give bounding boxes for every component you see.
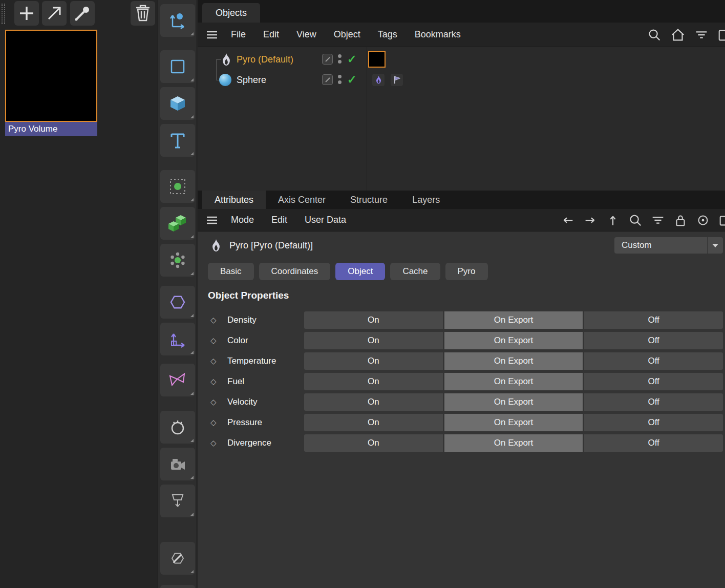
preset-dropdown[interactable]: Custom xyxy=(614,237,723,254)
menu-bookmarks[interactable]: Bookmarks xyxy=(415,29,461,40)
visibility-dots-icon[interactable] xyxy=(338,54,342,64)
toggle-on-export[interactable]: On Export xyxy=(444,373,583,390)
ngon-tool-button[interactable] xyxy=(160,286,195,319)
array-tool-button[interactable] xyxy=(160,207,195,240)
simulation-scene-tag-icon[interactable] xyxy=(391,74,403,86)
menu-mode[interactable]: Mode xyxy=(231,215,254,225)
toggle-on[interactable]: On xyxy=(304,352,443,370)
arrow-left-icon[interactable] xyxy=(560,212,575,228)
menu-user-data[interactable]: User Data xyxy=(305,215,346,225)
tree-row-sphere[interactable]: Sphere ✓ xyxy=(198,70,725,90)
panel-icon[interactable] xyxy=(718,212,725,228)
material-name-label[interactable]: Pyro Volume xyxy=(5,122,97,136)
toggle-on[interactable]: On xyxy=(304,311,443,329)
toggle-on[interactable]: On xyxy=(304,393,443,411)
objects-menubar: File Edit View Object Tags Bookmarks xyxy=(198,23,725,47)
toggle-on[interactable]: On xyxy=(304,414,443,431)
toggle-off[interactable]: Off xyxy=(584,434,723,452)
layer-color-chip[interactable] xyxy=(368,51,386,68)
sketch-tool-button[interactable] xyxy=(160,542,195,575)
polygon-pen-tool-button[interactable] xyxy=(160,364,195,396)
visibility-dots-icon[interactable] xyxy=(338,75,342,84)
lock-icon[interactable] xyxy=(673,212,688,228)
tab-cache[interactable]: Cache xyxy=(390,263,440,280)
camera-tool-icon xyxy=(167,454,188,474)
toggle-off[interactable]: Off xyxy=(584,414,723,431)
cinema4d-window: Pyro Volume xyxy=(0,0,725,588)
editor-visibility-icon[interactable] xyxy=(322,54,333,65)
text-tool-button[interactable] xyxy=(160,124,195,157)
home-icon[interactable] xyxy=(670,26,686,44)
property-label: Pressure xyxy=(227,413,262,432)
tab-structure[interactable]: Structure xyxy=(338,191,400,209)
enabled-check-icon[interactable]: ✓ xyxy=(347,49,356,70)
rectangle-tool-button[interactable] xyxy=(160,50,195,83)
menu-view[interactable]: View xyxy=(296,29,316,40)
toggle-on-export[interactable]: On Export xyxy=(444,311,583,329)
toggle-on-export[interactable]: On Export xyxy=(444,332,583,349)
menu-tags[interactable]: Tags xyxy=(378,29,397,40)
generator-tool-button[interactable] xyxy=(160,244,195,277)
toggle-on[interactable]: On xyxy=(304,373,443,390)
material-preview-thumbnail[interactable] xyxy=(5,30,97,122)
editor-visibility-icon[interactable] xyxy=(322,74,333,85)
toggle-on-export[interactable]: On Export xyxy=(444,352,583,370)
menu-object[interactable]: Object xyxy=(334,29,360,40)
toggle-off[interactable]: Off xyxy=(584,373,723,390)
camera-tool-button[interactable] xyxy=(160,448,195,480)
filter-icon[interactable] xyxy=(693,26,710,44)
share-arrow-button[interactable] xyxy=(42,1,67,26)
toggle-on[interactable]: On xyxy=(304,332,443,349)
enabled-check-icon[interactable]: ✓ xyxy=(347,70,356,90)
tab-object[interactable]: Object xyxy=(335,263,385,280)
add-button[interactable] xyxy=(14,1,39,26)
tab-pyro[interactable]: Pyro xyxy=(445,263,488,280)
chevron-down-icon[interactable] xyxy=(708,244,723,247)
toggle-off[interactable]: Off xyxy=(584,352,723,370)
toggle-off[interactable]: Off xyxy=(584,332,723,349)
object-name[interactable]: Sphere xyxy=(237,70,266,90)
toggle-on-export[interactable]: On Export xyxy=(444,434,583,452)
arrow-up-icon[interactable] xyxy=(605,212,621,228)
menu-edit-attr[interactable]: Edit xyxy=(271,215,287,225)
search-icon[interactable] xyxy=(646,26,663,44)
panel-icon[interactable] xyxy=(717,26,725,44)
toggle-off[interactable]: Off xyxy=(584,393,723,411)
menu-file[interactable]: File xyxy=(231,29,246,40)
objects-hamburger-icon[interactable] xyxy=(205,30,219,40)
arrow-right-icon[interactable] xyxy=(583,212,598,228)
sphere-tool-button[interactable] xyxy=(160,411,195,444)
property-label: Density xyxy=(227,311,257,329)
delete-button[interactable] xyxy=(131,1,155,26)
generator-tool-icon xyxy=(167,250,188,270)
section-heading: Object Properties xyxy=(198,284,725,307)
toggle-on-export[interactable]: On Export xyxy=(444,393,583,411)
tool-button-partial[interactable] xyxy=(160,585,195,588)
tab-coordinates[interactable]: Coordinates xyxy=(259,263,331,280)
cube-tool-button[interactable] xyxy=(160,87,195,120)
tab-basic[interactable]: Basic xyxy=(208,263,254,280)
tab-layers[interactable]: Layers xyxy=(400,191,452,209)
object-name[interactable]: Pyro (Default) xyxy=(237,49,293,70)
tree-row-pyro[interactable]: Pyro (Default) ✓ xyxy=(198,49,725,70)
toggle-on[interactable]: On xyxy=(304,434,443,452)
panel-drag-handle[interactable] xyxy=(2,4,5,24)
attributes-hamburger-icon[interactable] xyxy=(205,215,219,225)
target-icon[interactable] xyxy=(695,212,711,228)
diamond-icon: ◇ xyxy=(210,372,217,391)
tab-objects[interactable]: Objects xyxy=(202,3,260,23)
axis-tool-button[interactable] xyxy=(160,323,195,355)
move-tool-button[interactable] xyxy=(160,4,195,37)
filter-icon[interactable] xyxy=(650,212,666,228)
stage-tool-button[interactable] xyxy=(160,485,195,517)
tab-axis-center[interactable]: Axis Center xyxy=(266,191,338,209)
menu-edit[interactable]: Edit xyxy=(263,29,279,40)
live-selection-tool-button[interactable] xyxy=(160,170,195,203)
sphere-tool-icon xyxy=(167,417,188,437)
eyedropper-button[interactable] xyxy=(70,1,95,26)
toggle-off[interactable]: Off xyxy=(584,311,723,329)
pyro-tag-icon[interactable] xyxy=(372,74,385,86)
tab-attributes[interactable]: Attributes xyxy=(202,191,266,209)
search-icon[interactable] xyxy=(628,212,643,228)
toggle-on-export[interactable]: On Export xyxy=(444,414,583,431)
